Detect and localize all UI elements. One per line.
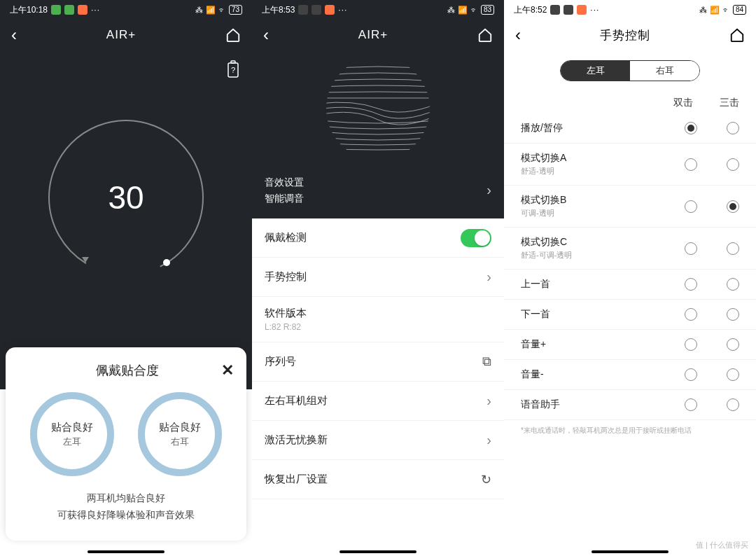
- more-icon: ···: [590, 5, 599, 15]
- gesture-label: 音量-: [521, 368, 655, 381]
- back-button[interactable]: ‹: [263, 25, 269, 45]
- row-wear-detect[interactable]: 佩戴检测: [252, 218, 504, 258]
- radio-double-tap[interactable]: [685, 158, 697, 171]
- gesture-rows: 播放/暂停模式切换A舒适-透明模式切换B可调-透明模式切换C舒适-可调-透明上一…: [504, 113, 756, 420]
- gesture-sublabel: 舒适-可调-透明: [521, 250, 655, 260]
- radio-triple-tap[interactable]: [727, 368, 739, 381]
- radio-triple-tap[interactable]: [727, 200, 739, 213]
- sound-hero[interactable]: 音效设置 智能调音 ›: [252, 50, 504, 218]
- app-icon: [550, 5, 560, 15]
- radio-double-tap[interactable]: [685, 278, 697, 291]
- radio-double-tap[interactable]: [685, 122, 697, 134]
- row-pair[interactable]: 左右耳机组对 ›: [252, 382, 504, 421]
- fit-left-status: 贴合良好: [51, 421, 93, 434]
- radio-double-tap[interactable]: [685, 200, 697, 213]
- radio-triple-tap[interactable]: [727, 242, 739, 255]
- fit-right-status: 贴合良好: [159, 421, 201, 434]
- home-indicator[interactable]: [88, 550, 164, 553]
- radio-triple-tap[interactable]: [727, 278, 739, 291]
- app-icon: [312, 5, 321, 15]
- status-time: 上午10:18: [10, 4, 48, 16]
- chevron-right-icon: ›: [486, 182, 491, 198]
- wifi-icon: ᯤ: [218, 6, 226, 14]
- nav-title: AIR+: [106, 28, 136, 42]
- hero-line2: 智能调音: [265, 190, 304, 206]
- gesture-row: 模式切换B可调-透明: [504, 186, 756, 228]
- gauge-value: 30: [108, 179, 144, 216]
- app-icon-mi: [78, 5, 88, 15]
- sheet-title: 佩戴贴合度: [34, 362, 221, 379]
- nav-title: 手势控制: [600, 27, 650, 43]
- settings-list: 佩戴检测 手势控制 › 软件版本 L:82 R:82 序列号 ⧉ 左右耳机组对 …: [252, 218, 504, 556]
- app-icon-wechat: [51, 5, 61, 15]
- signal-icon: 📶: [458, 6, 468, 15]
- fit-summary-2: 可获得良好降噪体验和声音效果: [18, 507, 234, 524]
- gesture-label: 模式切换B: [521, 194, 655, 207]
- radio-double-tap[interactable]: [685, 338, 697, 351]
- radio-double-tap[interactable]: [685, 242, 697, 255]
- home-indicator[interactable]: [340, 550, 416, 553]
- gesture-label: 上一首: [521, 278, 655, 291]
- gesture-row: 模式切换A舒适-透明: [504, 144, 756, 186]
- nav-bar: ‹ AIR+: [252, 20, 504, 50]
- gauge-ring[interactable]: 30: [42, 113, 210, 282]
- seg-left-ear[interactable]: 左耳: [561, 61, 630, 81]
- row-version[interactable]: 软件版本 L:82 R:82: [252, 297, 504, 342]
- head-double-tap: 双击: [673, 97, 693, 109]
- more-icon: ···: [91, 5, 100, 15]
- gesture-row: 音量+: [504, 330, 756, 360]
- radio-triple-tap[interactable]: [727, 122, 739, 134]
- signal-icon: 📶: [710, 6, 720, 15]
- gesture-row: 模式切换C舒适-可调-透明: [504, 228, 756, 270]
- status-time: 上午8:53: [262, 4, 295, 16]
- app-icon: [564, 5, 573, 15]
- row-warranty[interactable]: 激活无忧换新 ›: [252, 421, 504, 460]
- battery-indicator: 83: [481, 5, 494, 15]
- nav-bar: ‹ 手势控制: [504, 20, 756, 50]
- gesture-sublabel: 舒适-透明: [521, 166, 655, 176]
- hero-line1: 音效设置: [265, 174, 304, 190]
- gesture-row: 播放/暂停: [504, 113, 756, 144]
- bluetooth-icon: ⁂: [195, 6, 203, 15]
- radio-triple-tap[interactable]: [727, 398, 739, 411]
- fit-left-ear: 左耳: [63, 436, 81, 448]
- back-button[interactable]: ‹: [515, 25, 521, 45]
- wifi-icon: ᯤ: [470, 6, 478, 14]
- svg-point-4: [163, 259, 170, 266]
- home-button[interactable]: [477, 27, 493, 43]
- battery-indicator: 73: [229, 5, 242, 15]
- status-bar: 上午8:53 ··· ⁂ 📶 ᯤ 83: [252, 0, 504, 20]
- close-button[interactable]: ✕: [221, 361, 234, 380]
- svg-rect-1: [231, 61, 235, 63]
- row-reset[interactable]: 恢复出厂设置 ↻: [252, 460, 504, 499]
- status-bar: 上午8:52 ··· ⁂ 📶 ᯤ 84: [504, 0, 756, 20]
- fit-right-ear: 右耳: [171, 436, 189, 448]
- radio-double-tap[interactable]: [685, 368, 697, 381]
- row-serial[interactable]: 序列号 ⧉: [252, 342, 504, 382]
- screen-fit-test: 上午10:18 ··· ⁂ 📶 ᯤ 73 ‹ AIR+ ?: [0, 0, 252, 556]
- app-icon: [298, 5, 308, 15]
- radio-triple-tap[interactable]: [727, 158, 739, 171]
- home-button[interactable]: [225, 27, 241, 43]
- gesture-label: 模式切换A: [521, 152, 655, 165]
- chevron-right-icon: ›: [486, 269, 491, 285]
- radio-triple-tap[interactable]: [727, 338, 739, 351]
- back-button[interactable]: ‹: [11, 25, 17, 45]
- toggle-wear-detect[interactable]: [461, 229, 491, 247]
- nav-title: AIR+: [358, 28, 388, 42]
- head-triple-tap: 三击: [720, 97, 739, 109]
- ear-segment: 左耳 右耳: [560, 60, 700, 81]
- status-time: 上午8:52: [514, 4, 547, 16]
- gesture-label: 播放/暂停: [521, 122, 655, 134]
- home-indicator[interactable]: [592, 550, 668, 553]
- radio-double-tap[interactable]: [685, 308, 697, 321]
- row-gesture[interactable]: 手势控制 ›: [252, 258, 504, 297]
- app-icon-wechat2: [64, 5, 74, 15]
- gesture-row: 下一首: [504, 300, 756, 330]
- seg-right-ear[interactable]: 右耳: [630, 61, 699, 81]
- home-button[interactable]: [729, 27, 745, 43]
- fit-ring-left: 贴合良好 左耳: [30, 392, 114, 476]
- copy-icon[interactable]: ⧉: [482, 354, 491, 369]
- radio-double-tap[interactable]: [685, 398, 697, 411]
- radio-triple-tap[interactable]: [727, 308, 739, 321]
